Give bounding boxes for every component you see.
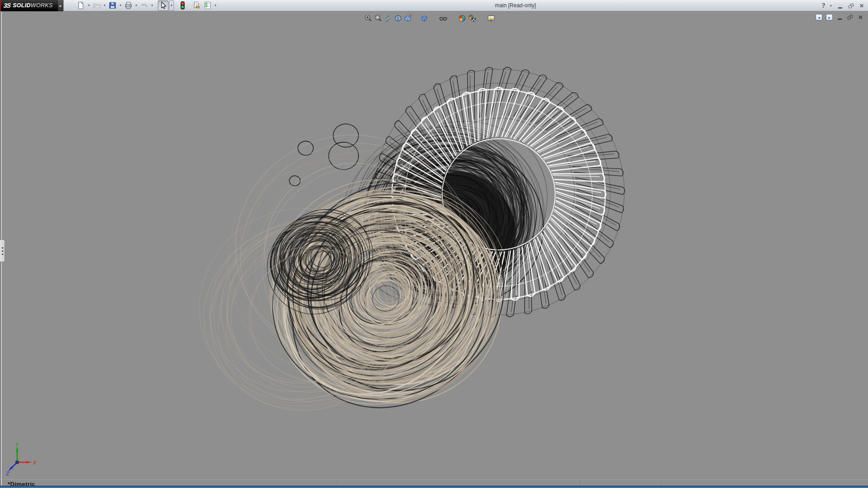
save-floppy-icon <box>108 1 117 10</box>
doc-minimize-button[interactable] <box>836 14 843 21</box>
print-dropdown[interactable]: ▼ <box>134 0 139 11</box>
taskbar-edge <box>0 486 868 488</box>
undo-dropdown[interactable]: ▼ <box>150 0 155 11</box>
save-dropdown[interactable]: ▼ <box>118 0 123 11</box>
print-icon <box>124 1 133 10</box>
apply-scene-button[interactable] <box>467 14 476 23</box>
brand-text-solid: SOLID <box>13 2 31 9</box>
file-properties-icon <box>192 1 201 10</box>
zoom-to-fit-button[interactable] <box>363 14 373 23</box>
svg-text:X: X <box>33 460 37 466</box>
svg-text:Y: Y <box>15 442 19 448</box>
view-settings-monitor-icon <box>487 14 495 23</box>
feature-manager-collapse-tab[interactable]: ◀ ◀ ◀ <box>0 239 5 262</box>
help-dropdown[interactable]: ▼ <box>829 0 833 11</box>
view-settings-button[interactable] <box>486 14 495 23</box>
undo-button[interactable] <box>139 0 150 11</box>
next-window-button[interactable]: ▶ <box>826 14 833 20</box>
solidworks-window: 3S SOLIDWORKS ▶ ▼ ▼ <box>0 0 868 488</box>
shaded-cube-icon <box>420 14 429 23</box>
restore-icon <box>849 4 854 8</box>
panel-arrow-icon: ◀ <box>1 250 3 252</box>
display-style-icon <box>404 14 412 23</box>
solidworks-logo-icon: 3S <box>3 2 11 9</box>
section-view-button[interactable] <box>383 14 392 23</box>
doc-restore-button[interactable] <box>847 14 854 21</box>
save-button[interactable] <box>107 0 118 11</box>
main-toolbar: ▼ ▼ ▼ <box>64 0 218 11</box>
doc-close-button[interactable]: ✕ <box>857 14 864 21</box>
select-cursor-icon <box>159 1 168 10</box>
statusbar-divider <box>337 480 337 486</box>
rebuild-traffic-light-icon <box>178 1 187 10</box>
doc-minimize-icon <box>838 19 842 20</box>
doc-close-icon: ✕ <box>858 14 863 21</box>
close-button[interactable]: ✕ <box>858 2 865 10</box>
brand-text-works: WORKS <box>31 2 53 9</box>
minimize-button[interactable] <box>836 2 844 10</box>
view-orientation-button[interactable] <box>393 14 402 23</box>
restore-button[interactable] <box>847 2 854 10</box>
hide-show-display-state-button[interactable] <box>420 14 429 23</box>
options-icon <box>203 1 212 10</box>
apply-scene-icon <box>468 14 476 23</box>
section-view-icon <box>384 14 392 23</box>
view-orientation-icon <box>394 14 402 23</box>
zoom-to-fit-icon <box>364 14 373 23</box>
graphics-viewport: YXZ <box>0 12 868 488</box>
statusbar-divider <box>580 480 580 486</box>
edit-appearance-button[interactable] <box>458 14 467 23</box>
doc-restore-icon <box>848 15 853 19</box>
eyeglasses-icon <box>439 14 448 23</box>
undo-icon <box>140 1 149 10</box>
statusbar-divider <box>661 480 661 486</box>
close-icon: ✕ <box>859 3 864 9</box>
open-folder-icon <box>92 1 101 10</box>
file-properties-button[interactable] <box>191 0 202 11</box>
zoom-to-area-icon <box>374 14 382 23</box>
options-dropdown[interactable]: ▼ <box>213 0 218 11</box>
help-button[interactable]: ? <box>821 2 826 9</box>
statusbar-border <box>0 479 868 480</box>
print-button[interactable] <box>123 0 134 11</box>
open-document-button[interactable] <box>91 0 102 11</box>
hide-show-items-button[interactable] <box>439 14 448 23</box>
app-window-controls: ? ▼ ✕ <box>821 0 865 11</box>
solidworks-brand: 3S SOLIDWORKS <box>0 0 58 11</box>
new-document-button[interactable] <box>75 0 86 11</box>
display-style-button[interactable] <box>403 14 412 23</box>
new-document-dropdown[interactable]: ▼ <box>86 0 91 11</box>
headsup-view-toolbar <box>363 14 495 23</box>
panel-arrow-icon: ◀ <box>1 247 3 249</box>
options-button[interactable] <box>202 0 213 11</box>
new-document-icon <box>76 1 85 10</box>
titlebar: 3S SOLIDWORKS ▶ ▼ ▼ <box>0 0 868 11</box>
rebuild-button[interactable] <box>177 0 188 11</box>
appearance-sphere-icon <box>458 14 467 23</box>
document-title: main [Read-only] <box>222 0 809 11</box>
open-document-dropdown[interactable]: ▼ <box>102 0 107 11</box>
menu-flyout-button[interactable]: ▶ <box>58 0 64 11</box>
panel-arrow-icon: ◀ <box>1 253 3 255</box>
select-tool-button[interactable] <box>158 0 169 11</box>
brand-text: SOLIDWORKS <box>13 2 52 9</box>
previous-window-button[interactable]: ◀ <box>816 14 822 20</box>
svg-text:Z: Z <box>5 471 9 477</box>
graphics-area[interactable]: YXZ <box>0 12 868 488</box>
select-tool-dropdown[interactable]: ▼ <box>169 0 174 11</box>
minimize-icon <box>838 7 842 9</box>
document-window-controls: ◀ ▶ ✕ <box>816 14 864 21</box>
zoom-to-area-button[interactable] <box>373 14 382 23</box>
